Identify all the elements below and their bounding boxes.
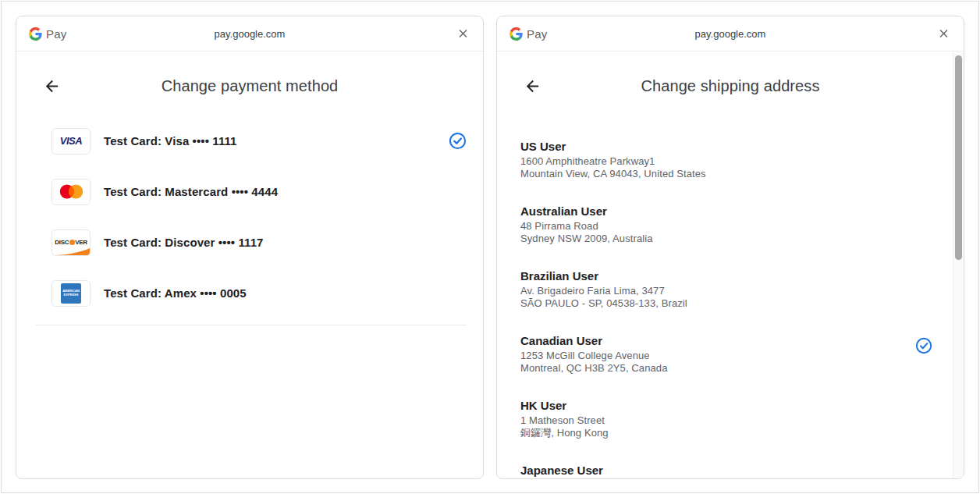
visa-card-icon: VISA bbox=[52, 129, 90, 154]
address-name: US User bbox=[520, 139, 909, 154]
payment-method-row[interactable]: VISA DISCVER AMERICAN bbox=[16, 268, 483, 318]
address-row[interactable]: Australian User 48 Pirrama Road Sydney N… bbox=[520, 204, 964, 245]
card-logo-box: VISA DISCVER AMERICAN bbox=[51, 179, 91, 205]
close-icon bbox=[937, 27, 950, 41]
address-row[interactable]: Canadian User 1253 McGill College Avenue… bbox=[520, 333, 964, 375]
address-row[interactable]: Brazilian User Av. Brigadeiro Faria Lima… bbox=[520, 268, 964, 310]
address-line1: 1 Matheson Street bbox=[520, 414, 909, 427]
gpay-header: Pay pay.google.com bbox=[16, 16, 483, 52]
page-title: Change payment method bbox=[162, 77, 339, 95]
google-g-icon bbox=[29, 27, 42, 41]
card-label: Test Card: Visa •••• 1111 bbox=[104, 134, 237, 147]
address-name: HK User bbox=[520, 398, 909, 413]
amex-logo-text: EXPRESS bbox=[64, 293, 79, 297]
payment-method-list: VISA DISCVER AMERICAN bbox=[16, 116, 483, 318]
address-row[interactable]: Japanese User Roppongi Hills Mori Tower … bbox=[520, 463, 964, 479]
address-line1: Av. Brigadeiro Faria Lima, 3477 bbox=[520, 285, 909, 297]
card-logo-box: VISA DISCVER AMERICAN bbox=[51, 128, 91, 155]
address-line2: SÃO PAULO - SP, 04538-133, Brazil bbox=[520, 297, 909, 310]
shipping-address-dialog: Pay pay.google.com Change shipping addre… bbox=[496, 16, 964, 479]
google-g-icon bbox=[510, 27, 523, 41]
address-name: Australian User bbox=[520, 204, 909, 219]
origin-label: pay.google.com bbox=[16, 28, 483, 40]
back-button[interactable] bbox=[520, 74, 545, 98]
discover-card-icon: DISCVER bbox=[52, 230, 90, 255]
gpay-logo-text: Pay bbox=[46, 27, 66, 41]
back-button[interactable] bbox=[40, 74, 64, 98]
address-name: Brazilian User bbox=[520, 268, 909, 283]
address-row[interactable]: HK User 1 Matheson Street 銅鑼灣, Hong Kong bbox=[520, 398, 964, 439]
close-button[interactable] bbox=[453, 24, 473, 44]
scrollbar[interactable] bbox=[953, 52, 964, 478]
address-line1: 48 Pirrama Road bbox=[520, 220, 909, 233]
discover-logo-text: VER bbox=[75, 239, 87, 246]
visa-logo-text: VISA bbox=[60, 135, 82, 147]
selected-check-icon bbox=[915, 337, 932, 354]
selected-check-icon bbox=[449, 132, 467, 150]
discover-orange-dot bbox=[69, 240, 75, 245]
amex-card-icon: AMERICAN EXPRESS bbox=[52, 281, 90, 306]
address-line1: 1253 McGill College Avenue bbox=[520, 350, 909, 362]
address-name: Canadian User bbox=[520, 333, 909, 348]
scrollbar-thumb[interactable] bbox=[955, 55, 962, 260]
shipping-titlebar: Change shipping address bbox=[497, 64, 964, 108]
origin-label: pay.google.com bbox=[497, 28, 964, 40]
card-logo-box: VISA DISCVER AMERICAN bbox=[51, 229, 91, 256]
close-button[interactable] bbox=[934, 24, 953, 44]
address-name: Japanese User bbox=[520, 463, 909, 478]
mastercard-card-icon bbox=[52, 179, 90, 204]
address-line1: 1600 Amphitheatre Parkway1 bbox=[520, 155, 909, 168]
card-label: Test Card: Discover •••• 1117 bbox=[104, 236, 264, 249]
back-arrow-icon bbox=[524, 77, 541, 95]
gpay-logo-text: Pay bbox=[527, 27, 547, 41]
card-logo-box: VISA DISCVER AMERICAN bbox=[51, 280, 91, 307]
address-line2: Montreal, QC H3B 2Y5, Canada bbox=[520, 362, 909, 375]
divider bbox=[36, 325, 467, 325]
page-title: Change shipping address bbox=[641, 77, 819, 95]
address-row[interactable]: US User 1600 Amphitheatre Parkway1 Mount… bbox=[520, 139, 964, 180]
address-line2: 銅鑼灣, Hong Kong bbox=[520, 427, 909, 439]
gpay-logo: Pay bbox=[29, 27, 66, 41]
address-line2: Mountain View, CA 94043, United States bbox=[520, 168, 909, 180]
back-arrow-icon bbox=[43, 77, 61, 95]
payment-method-dialog: Pay pay.google.com Change payment method… bbox=[16, 16, 484, 479]
payment-method-row[interactable]: VISA DISCVER AMERICAN bbox=[16, 116, 483, 166]
card-label: Test Card: Amex •••• 0005 bbox=[104, 286, 247, 300]
discover-logo-text: DISC bbox=[55, 239, 69, 246]
card-label: Test Card: Mastercard •••• 4444 bbox=[104, 185, 278, 198]
address-list: US User 1600 Amphitheatre Parkway1 Mount… bbox=[497, 139, 964, 479]
payment-method-row[interactable]: VISA DISCVER AMERICAN bbox=[16, 217, 483, 268]
address-line2: Sydney NSW 2009, Australia bbox=[520, 233, 909, 245]
gpay-logo: Pay bbox=[510, 27, 547, 41]
close-icon bbox=[456, 27, 470, 41]
gpay-header: Pay pay.google.com bbox=[497, 16, 964, 52]
payment-method-row[interactable]: VISA DISCVER AMERICAN bbox=[16, 166, 483, 217]
payment-titlebar: Change payment method bbox=[16, 64, 483, 108]
